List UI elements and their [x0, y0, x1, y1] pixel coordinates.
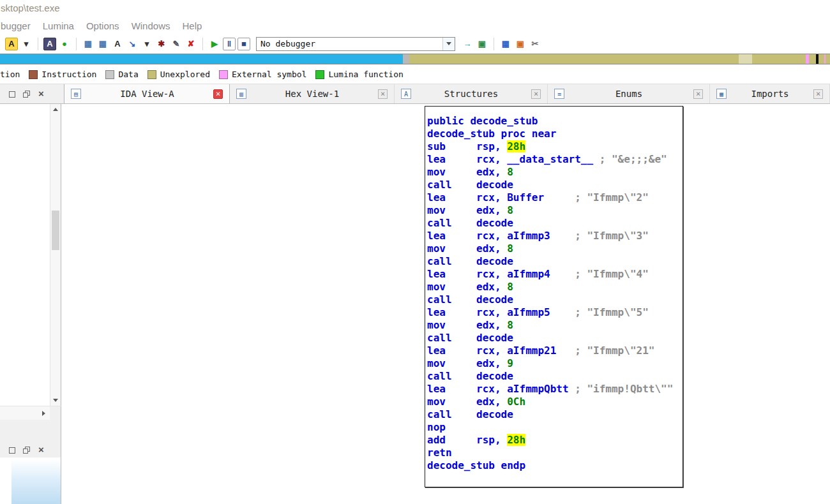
window-title: sktop\test.exe	[1, 3, 60, 13]
menu-item-options[interactable]: Options	[86, 20, 119, 31]
disassembly-line[interactable]: mov edx, 0Ch	[427, 396, 683, 408]
scripts-icon[interactable]: ✂	[529, 38, 541, 50]
tab-close-button[interactable]	[531, 89, 541, 99]
navband-segment[interactable]	[752, 54, 806, 64]
jump-caret-icon[interactable]: ▾	[140, 38, 153, 50]
hex-view-icon: ▥	[236, 89, 246, 99]
panel-float-icon[interactable]	[22, 90, 31, 98]
process-window-icon[interactable]: ▣	[476, 38, 488, 50]
panel-splitter[interactable]	[0, 420, 61, 443]
navband-segment[interactable]	[409, 54, 739, 64]
disassembly-line[interactable]: mov edx, 8	[427, 281, 683, 293]
tab-close-button[interactable]	[813, 89, 823, 99]
menu-item-windows[interactable]: Windows	[132, 20, 170, 31]
tabs: ▤IDA View-A▥Hex View-1AStructures≡Enums▦…	[64, 84, 830, 103]
disassembly-line[interactable]: lea rcx, aIfmmp3 ; "Ifmmp\"3"	[427, 230, 683, 242]
disassembly-line[interactable]: mov edx, 8	[427, 242, 683, 255]
scroll-down-button[interactable]	[50, 395, 61, 406]
plugins-icon[interactable]: ▣	[514, 38, 527, 50]
disassembly-line[interactable]: decode_stub endp	[427, 459, 683, 472]
tab-hex-view-1[interactable]: ▥Hex View-1	[230, 84, 395, 103]
stop-process-icon[interactable]: ■	[238, 38, 250, 50]
navband-segment[interactable]	[826, 54, 830, 64]
disassembly-line[interactable]: call decode	[427, 408, 683, 421]
create-union-icon[interactable]: ▦	[96, 38, 109, 50]
tab-structures[interactable]: AStructures	[395, 84, 548, 103]
disassembly-line[interactable]: call decode	[427, 179, 683, 191]
window-title-bar: sktop\test.exe	[0, 0, 830, 17]
disassembly-line[interactable]: lea rcx, Buffer ; "Ifmmp\"2"	[427, 191, 683, 204]
tab-close-button[interactable]	[693, 89, 703, 99]
menu-item-help[interactable]: Help	[182, 20, 202, 31]
toolbar-separator	[76, 38, 77, 50]
legend-item: External symbol	[219, 70, 306, 79]
windows-list-icon[interactable]: ▦	[499, 38, 512, 50]
disassembly-line[interactable]: lea rcx, aIfmmp4 ; "Ifmmp\"4"	[427, 268, 683, 281]
scroll-right-icon	[42, 411, 45, 416]
disassembly-line[interactable]: call decode	[427, 370, 683, 383]
menu-bar: buggerLuminaOptionsWindowsHelp	[0, 17, 830, 34]
cancel-icon[interactable]: ✘	[185, 38, 197, 50]
disassembly-line[interactable]: lea rcx, aIfmmp21 ; "Ifmmp\"21"	[427, 345, 683, 357]
font-dropdown-caret-icon[interactable]: ▾	[20, 38, 33, 50]
disassembly-line[interactable]: retn	[427, 447, 683, 459]
disassembly-line[interactable]: call decode	[427, 255, 683, 268]
disassembly-line[interactable]: mov edx, 9	[427, 357, 683, 370]
panel-maximize-icon[interactable]	[8, 90, 16, 98]
rename-icon[interactable]: A	[111, 38, 124, 50]
navband-segment[interactable]	[0, 54, 403, 64]
navigation-band[interactable]	[0, 54, 830, 64]
left-panel-vertical-scrollbar[interactable]	[50, 104, 61, 406]
menu-item-bugger[interactable]: bugger	[1, 20, 31, 31]
disassembly-line[interactable]: lea rcx, __data_start__ ; "&e;;;&e"	[427, 153, 683, 166]
disassembly-line[interactable]: lea rcx, aIfmmpQbtt ; "ifmmp!Qbtt\""	[427, 383, 683, 396]
panel-float-icon[interactable]	[22, 446, 31, 454]
asterisk-icon[interactable]: ✱	[155, 38, 168, 50]
lumina-dot-icon[interactable]: ●	[58, 38, 71, 50]
graph-overview-panel[interactable]	[0, 457, 61, 504]
combo-dropdown-icon[interactable]	[442, 38, 455, 50]
tab-close-button[interactable]	[378, 89, 388, 99]
text-style-icon[interactable]: A	[43, 38, 56, 50]
disassembly-line[interactable]: add rsp, 28h	[427, 434, 683, 447]
font-color-icon[interactable]: A	[5, 38, 18, 50]
navband-segment[interactable]	[809, 54, 815, 64]
scroll-up-button[interactable]	[50, 104, 61, 115]
start-process-icon[interactable]: ▶	[208, 38, 221, 50]
disassembly-line[interactable]: nop	[427, 421, 683, 434]
disassembly-line[interactable]: call decode	[427, 217, 683, 230]
create-struct-icon[interactable]: ▦	[82, 38, 94, 50]
scroll-right-button[interactable]	[37, 406, 50, 420]
menu-item-lumina[interactable]: Lumina	[43, 20, 74, 31]
navband-segment[interactable]	[739, 54, 752, 64]
panel-maximize-icon[interactable]	[8, 446, 16, 454]
toolbar: A▾A●▦▦A↘▾✱✎✘▶‖■No debugger→▣▦▣✂	[0, 34, 830, 53]
left-panel-horizontal-scrollbar[interactable]	[0, 406, 61, 420]
panel-close-icon[interactable]	[37, 446, 45, 454]
tab-enums[interactable]: ≡Enums	[548, 84, 710, 103]
debugger-select[interactable]: No debugger	[256, 37, 455, 51]
edit-icon[interactable]: ✎	[170, 38, 183, 50]
tab-ida-view-a[interactable]: ▤IDA View-A	[64, 84, 230, 103]
attach-process-icon[interactable]: →	[461, 38, 474, 50]
disassembly-line[interactable]: mov edx, 8	[427, 319, 683, 332]
disassembly-line[interactable]: lea rcx, aIfmmp5 ; "Ifmmp\"5"	[427, 306, 683, 319]
jump-icon[interactable]: ↘	[126, 38, 139, 50]
scrollbar-thumb[interactable]	[52, 211, 59, 250]
panel-close-icon[interactable]	[37, 90, 45, 98]
navband-segment[interactable]	[403, 54, 409, 64]
left-panel[interactable]	[0, 104, 61, 406]
disassembly-line[interactable]: call decode	[427, 332, 683, 345]
graph-node[interactable]: public decode_stubdecode_stub proc nears…	[425, 106, 683, 487]
disassembly-view[interactable]: public decode_stubdecode_stub proc nears…	[61, 104, 830, 504]
tab-close-button[interactable]	[213, 89, 223, 99]
disassembly-line[interactable]: mov edx, 8	[427, 204, 683, 217]
disassembly-line[interactable]: public decode_stub	[427, 115, 683, 128]
disassembly-line[interactable]: mov edx, 8	[427, 166, 683, 179]
navband-segment[interactable]	[819, 54, 824, 64]
tab-imports[interactable]: ▦Imports	[710, 84, 830, 103]
disassembly-line[interactable]: call decode	[427, 293, 683, 306]
disassembly-line[interactable]: sub rsp, 28h	[427, 140, 683, 153]
disassembly-line[interactable]: decode_stub proc near	[427, 128, 683, 140]
pause-process-icon[interactable]: ‖	[223, 38, 236, 50]
